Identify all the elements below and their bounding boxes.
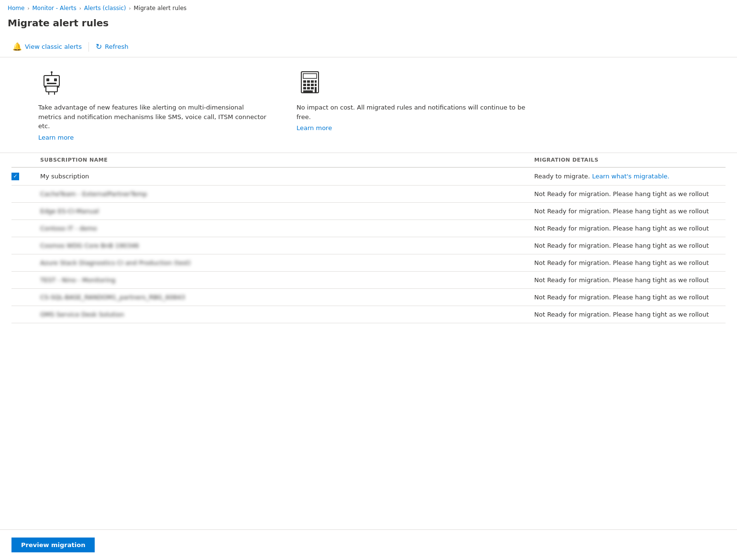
migration-detail-text: Not Ready for migration. Please hang tig…: [534, 259, 709, 266]
migration-detail-cell: Not Ready for migration. Please hang tig…: [534, 294, 726, 301]
col-checkbox-header: [11, 157, 40, 163]
migration-detail-cell: Not Ready for migration. Please hang tig…: [534, 225, 726, 232]
table-row: TEST - Nino - MonitoringNot Ready for mi…: [11, 272, 726, 289]
subscription-name: CacheTeam - ExternalPartnerTemp: [40, 190, 147, 198]
features-description: Take advantage of new features like aler…: [38, 103, 268, 131]
migration-detail-text: Not Ready for migration. Please hang tig…: [534, 225, 709, 232]
svg-rect-6: [46, 86, 57, 92]
checkbox-cell: [11, 173, 40, 180]
col-migration-details-header: MIGRATION DETAILS: [534, 157, 726, 163]
cost-info-card: No impact on cost. All migrated rules an…: [297, 69, 526, 141]
subscription-name-cell: TEST - Nino - Monitoring: [40, 276, 534, 284]
svg-rect-20: [315, 84, 317, 86]
svg-rect-14: [307, 80, 310, 83]
cost-description: No impact on cost. All migrated rules an…: [297, 103, 526, 121]
subscription-name: CS-SQL-BASE_RANDOM1_partners_RBG_60843: [40, 294, 185, 301]
features-info-card: Take advantage of new features like aler…: [38, 69, 268, 141]
migration-detail-text: Ready to migrate.: [534, 173, 592, 180]
subscription-name-cell: My subscription: [40, 173, 534, 180]
subscription-name-cell: Cosmos WDG Core BnB 190346: [40, 242, 534, 249]
footer: Preview migration: [0, 529, 737, 560]
svg-rect-18: [307, 84, 310, 86]
subscription-name: OMS Service Desk Solution: [40, 311, 124, 318]
svg-rect-3: [47, 83, 56, 84]
table-row: Azure Stack Diagnostics CI and Productio…: [11, 254, 726, 272]
subscription-name: My subscription: [40, 173, 89, 180]
breadcrumb-monitor-alerts[interactable]: Monitor - Alerts: [32, 5, 76, 11]
migration-detail-cell: Not Ready for migration. Please hang tig…: [534, 259, 726, 266]
calculator-icon: [297, 69, 526, 97]
migration-detail-cell: Not Ready for migration. Please hang tig…: [534, 276, 726, 284]
breadcrumb-home[interactable]: Home: [8, 5, 24, 11]
subscription-name: Contoso IT - demo: [40, 225, 97, 232]
breadcrumb-current: Migrate alert rules: [134, 5, 187, 11]
page-title: Migrate alert rules: [0, 15, 737, 36]
svg-rect-21: [303, 87, 306, 89]
svg-rect-12: [303, 74, 317, 78]
table-header: SUBSCRIPTION NAME MIGRATION DETAILS: [11, 153, 726, 168]
subscription-name: Edge ES-CI-Manual: [40, 208, 99, 215]
table-row: OMS Service Desk SolutionNot Ready for m…: [11, 306, 726, 323]
subscription-checkbox[interactable]: [11, 173, 19, 180]
migration-detail-text: Not Ready for migration. Please hang tig…: [534, 242, 709, 249]
svg-point-5: [51, 71, 53, 73]
breadcrumb: Home › Monitor - Alerts › Alerts (classi…: [0, 0, 737, 15]
subscription-name-cell: CacheTeam - ExternalPartnerTemp: [40, 190, 534, 198]
svg-rect-2: [54, 78, 57, 81]
subscription-name: TEST - Nino - Monitoring: [40, 276, 115, 284]
col-subscription-name-header: SUBSCRIPTION NAME: [40, 157, 534, 163]
subscription-name: Cosmos WDG Core BnB 190346: [40, 242, 139, 249]
svg-rect-25: [303, 90, 313, 93]
svg-rect-15: [311, 80, 314, 83]
subscriptions-table: SUBSCRIPTION NAME MIGRATION DETAILS My s…: [0, 153, 737, 323]
migration-detail-cell: Not Ready for migration. Please hang tig…: [534, 208, 726, 215]
features-learn-more-link[interactable]: Learn more: [38, 134, 268, 141]
subscription-name-cell: OMS Service Desk Solution: [40, 311, 534, 318]
cost-learn-more-link[interactable]: Learn more: [297, 124, 526, 132]
toolbar: 🔔 View classic alerts ↻ Refresh: [0, 36, 737, 57]
table-row: Contoso IT - demoNot Ready for migration…: [11, 220, 726, 237]
migration-detail-text: Not Ready for migration. Please hang tig…: [534, 190, 709, 198]
toolbar-separator: [88, 42, 89, 52]
svg-rect-16: [315, 80, 317, 83]
refresh-icon: ↻: [96, 42, 102, 51]
migration-detail-link[interactable]: Learn what's migratable.: [592, 173, 670, 180]
subscription-name: Azure Stack Diagnostics CI and Productio…: [40, 259, 191, 266]
subscription-name-cell: Azure Stack Diagnostics CI and Productio…: [40, 259, 534, 266]
migration-detail-cell: Ready to migrate. Learn what's migratabl…: [534, 173, 726, 180]
table-row: CacheTeam - ExternalPartnerTempNot Ready…: [11, 186, 726, 203]
svg-rect-13: [303, 80, 306, 83]
migration-detail-cell: Not Ready for migration. Please hang tig…: [534, 190, 726, 198]
migration-detail-text: Not Ready for migration. Please hang tig…: [534, 208, 709, 215]
migration-detail-cell: Not Ready for migration. Please hang tig…: [534, 242, 726, 249]
svg-rect-0: [44, 76, 59, 86]
svg-rect-19: [311, 84, 314, 86]
info-cards-container: Take advantage of new features like aler…: [0, 57, 737, 153]
breadcrumb-separator-3: ›: [129, 6, 131, 11]
breadcrumb-separator-1: ›: [27, 6, 29, 11]
table-body: My subscriptionReady to migrate. Learn w…: [11, 168, 726, 323]
svg-rect-22: [307, 87, 310, 89]
breadcrumb-separator-2: ›: [79, 6, 81, 11]
table-row: Cosmos WDG Core BnB 190346Not Ready for …: [11, 237, 726, 254]
svg-rect-1: [46, 78, 49, 81]
robot-icon: [38, 69, 268, 97]
table-row: Edge ES-CI-ManualNot Ready for migration…: [11, 203, 726, 220]
preview-migration-button[interactable]: Preview migration: [11, 538, 95, 552]
svg-rect-17: [303, 84, 306, 86]
subscription-name-cell: Contoso IT - demo: [40, 225, 534, 232]
breadcrumb-alerts-classic[interactable]: Alerts (classic): [84, 5, 126, 11]
svg-rect-24: [315, 87, 317, 92]
migration-detail-text: Not Ready for migration. Please hang tig…: [534, 294, 709, 301]
migration-detail-cell: Not Ready for migration. Please hang tig…: [534, 311, 726, 318]
view-classic-alerts-button[interactable]: 🔔 View classic alerts: [8, 39, 87, 54]
refresh-button[interactable]: ↻ Refresh: [91, 39, 133, 54]
bell-icon: 🔔: [12, 42, 22, 51]
migration-detail-text: Not Ready for migration. Please hang tig…: [534, 276, 709, 284]
table-row: My subscriptionReady to migrate. Learn w…: [11, 168, 726, 186]
subscription-name-cell: Edge ES-CI-Manual: [40, 208, 534, 215]
subscription-name-cell: CS-SQL-BASE_RANDOM1_partners_RBG_60843: [40, 294, 534, 301]
svg-rect-23: [311, 87, 314, 89]
migration-detail-text: Not Ready for migration. Please hang tig…: [534, 311, 709, 318]
table-row: CS-SQL-BASE_RANDOM1_partners_RBG_60843No…: [11, 289, 726, 306]
